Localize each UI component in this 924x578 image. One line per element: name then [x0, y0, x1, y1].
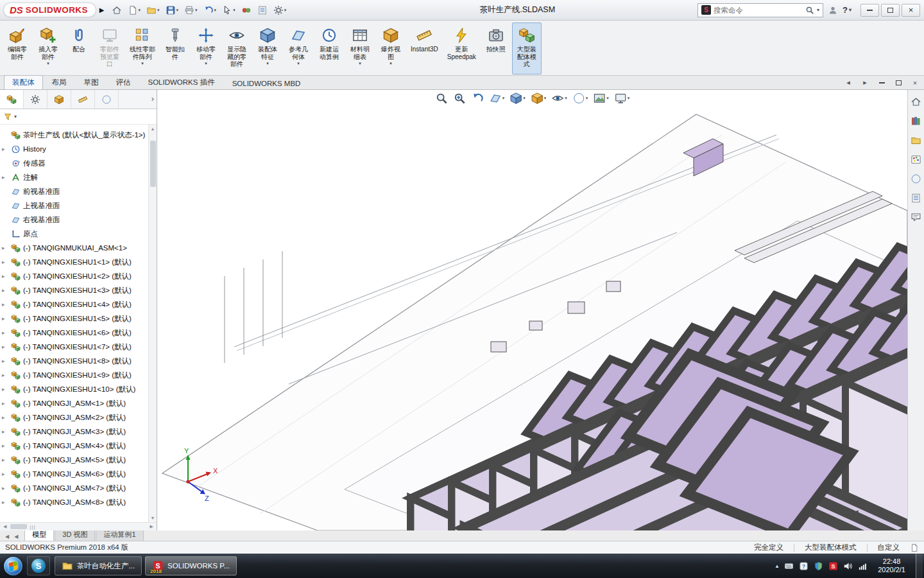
exploded-view-button[interactable]: 爆炸视 图 ▾	[376, 22, 406, 74]
panel-splitter-grip[interactable]: |||	[30, 524, 35, 530]
expand-arrow-icon[interactable]: ▸	[2, 428, 8, 435]
ribbon-tab[interactable]: 布局	[44, 75, 75, 89]
smart-fasteners-button[interactable]: 智能扣 件 ▾	[160, 22, 190, 74]
new-document-button[interactable]: ▾	[126, 3, 143, 17]
window-menu-arrow-icon[interactable]: ▶	[99, 6, 105, 13]
taskpane-view-palette[interactable]	[911, 154, 921, 165]
search-input[interactable]	[714, 6, 803, 14]
security-shield-icon[interactable]	[814, 561, 823, 571]
new-motion-study-button[interactable]: 新建运 动算例 ▾	[314, 22, 344, 74]
tree-item[interactable]: ▸ (-) TANQINGXIESHU1<7> (默认)	[2, 340, 148, 354]
edit-appearance-button[interactable]: ▾	[572, 92, 588, 105]
linear-component-pattern-button[interactable]: 线性零部 件阵列 ▾	[126, 22, 159, 74]
tray-expand-arrow-icon[interactable]: ▴	[776, 563, 779, 569]
expand-arrow-icon[interactable]: ▸	[2, 315, 8, 322]
close-button[interactable]: ×	[902, 4, 920, 17]
taskpane-solidworks-resources[interactable]	[911, 96, 921, 107]
ribbon-tab[interactable]: SOLIDWORKS MBD	[224, 77, 309, 89]
component-preview-window-button[interactable]: 零部件 预览窗 口 ▾	[95, 22, 124, 74]
taskbar-solidworks-window[interactable]: 2018 SOLIDWORKS P...	[145, 556, 237, 575]
tab-dimxpertmanager[interactable]	[71, 90, 95, 109]
previous-view-button[interactable]: ▾	[471, 92, 484, 105]
taskbar-folder-window[interactable]: 茶叶自动化生产...	[55, 556, 142, 575]
view-settings-button[interactable]: ▾	[614, 92, 630, 105]
doc-minimize-button[interactable]	[877, 78, 887, 87]
tree-item[interactable]: ▸ (-) TANQIGNMUKUAI_ASM<1>	[2, 241, 148, 255]
tree-item[interactable]: ▸ 前视基准面	[2, 184, 148, 198]
assembly-features-button[interactable]: 装配体 特征 ▾	[253, 22, 282, 74]
tree-horizontal-scrollbar[interactable]: ◀ ||| ▶	[0, 522, 157, 530]
ribbon-tab[interactable]: 装配体	[4, 75, 43, 89]
section-view-button[interactable]: ▾	[489, 92, 505, 105]
expand-arrow-icon[interactable]: ▸	[2, 471, 8, 477]
dock-previous-icon[interactable]: ◂	[843, 78, 853, 87]
expand-arrow-icon[interactable]: ▸	[2, 400, 8, 407]
volume-icon[interactable]	[843, 561, 853, 571]
tree-item[interactable]: ▸ (-) TANQINGXIESHU1<5> (默认)	[2, 311, 148, 326]
tree-item[interactable]: ▸ (-) TANQINGJI_ASM<7> (默认)	[2, 481, 148, 495]
options-button[interactable]: ▾	[271, 3, 289, 17]
expand-arrow-icon[interactable]: ▸	[2, 457, 8, 463]
tree-item[interactable]: ▸ (-) TANQINGXIESHU1<9> (默认)	[2, 368, 148, 382]
zoom-to-fit-button[interactable]: ▾	[435, 92, 448, 105]
help-button[interactable]: ?▾	[843, 5, 851, 15]
apply-scene-button[interactable]: ▾	[593, 92, 609, 105]
ribbon-tab[interactable]: 草图	[76, 75, 107, 89]
reference-geometry-button[interactable]: 参考几 何体 ▾	[284, 22, 313, 74]
tree-item[interactable]: ▸ (-) TANQINGJI_ASM<8> (默认)	[2, 495, 148, 509]
scrollbar-thumb[interactable]	[150, 141, 156, 187]
filter-funnel-icon[interactable]	[3, 112, 12, 121]
hide-show-items-button[interactable]: ▾	[551, 92, 567, 105]
tree-item[interactable]: ▸ (-) TANQINGXIESHU1<4> (默认)	[2, 297, 148, 311]
tree-item[interactable]: ▸ History	[2, 142, 148, 156]
tab-displaymanager[interactable]	[95, 90, 119, 109]
tree-item[interactable]: ▸ (-) TANQINGJI_ASM<5> (默认)	[2, 453, 148, 467]
graphics-area[interactable]: ▾ ▾ ▾ ▾ ▾ ▾	[157, 90, 907, 530]
tab-featuremanager[interactable]	[0, 90, 24, 109]
status-customize-button[interactable]: 自定义	[878, 543, 900, 552]
tree-item[interactable]: ▸ (-) TANQINGXIESHU1<3> (默认)	[2, 283, 148, 297]
restore-button[interactable]	[881, 4, 900, 17]
display-toggle-button[interactable]: ▾	[239, 3, 253, 17]
expand-arrow-icon[interactable]: ▸	[2, 174, 8, 180]
expand-arrow-icon[interactable]: ▸	[2, 301, 8, 308]
model-3d-view[interactable]: Y X Z	[157, 90, 907, 530]
taskbar-clock[interactable]: 22:48 2020/2/1	[878, 557, 905, 575]
expand-arrow-icon[interactable]: ▸	[2, 372, 8, 378]
tree-item[interactable]: ▸ (-) TANQINGJI_ASM<6> (默认)	[2, 467, 148, 481]
tree-item[interactable]: ▸ (-) TANQINGXIESHU1<10> (默认)	[2, 382, 148, 396]
display-style-button[interactable]: ▾	[531, 92, 547, 105]
insert-components-button[interactable]: 插入零 部件 ▾	[33, 22, 63, 74]
task-list-button[interactable]: ▾	[255, 3, 270, 17]
tabs-scroll-left-icon[interactable]: ◀	[12, 534, 21, 541]
home-button[interactable]: ▾	[110, 3, 124, 17]
tree-item[interactable]: ▸ (-) TANQINGXIESHU1<8> (默认)	[2, 354, 148, 368]
tree-root-item[interactable]: ▸ 茶叶生产线 (默认<默认_显示状态-1>)	[2, 128, 148, 142]
print-button[interactable]: ▾	[182, 3, 200, 17]
ribbon-tab[interactable]: 评估	[108, 75, 139, 89]
save-button[interactable]: ▾	[164, 3, 181, 17]
doc-close-button[interactable]: ×	[910, 78, 920, 87]
taskpane-file-explorer[interactable]	[911, 135, 921, 146]
expand-arrow-icon[interactable]: ▸	[2, 245, 8, 251]
scroll-down-icon[interactable]: ▼	[150, 514, 157, 522]
tree-item[interactable]: ▸ 传感器	[2, 156, 148, 170]
expand-arrow-icon[interactable]: ▸	[2, 344, 8, 350]
dock-next-icon[interactable]: ▸	[860, 78, 870, 87]
tab-configurationmanager[interactable]	[47, 90, 71, 109]
solidworks-tray-icon[interactable]	[828, 561, 838, 571]
update-speedpak-button[interactable]: 更新 Speedpak ▾	[443, 22, 480, 74]
tree-item[interactable]: ▸ (-) TANQINGXIESHU1<1> (默认)	[2, 255, 148, 269]
tree-item[interactable]: ▸ (-) TANQINGXIESHU1<6> (默认)	[2, 326, 148, 340]
expand-arrow-icon[interactable]: ▸	[2, 146, 8, 152]
scrollbar-thumb[interactable]	[10, 524, 27, 529]
tree-item[interactable]: ▸ 右视基准面	[2, 213, 148, 227]
instant3d-button[interactable]: Instant3D ▾	[407, 22, 442, 74]
expand-arrow-icon[interactable]: ▸	[2, 273, 8, 279]
tree-item[interactable]: ▸ (-) TANQINGJI_ASM<1> (默认)	[2, 396, 148, 410]
take-snapshot-button[interactable]: 拍快照 ▾	[481, 22, 511, 74]
expand-arrow-icon[interactable]: ▸	[2, 414, 8, 421]
status-note-icon[interactable]	[910, 543, 919, 552]
select-button[interactable]: ▾	[220, 3, 237, 17]
expand-arrow-icon[interactable]: ▸	[2, 329, 8, 336]
